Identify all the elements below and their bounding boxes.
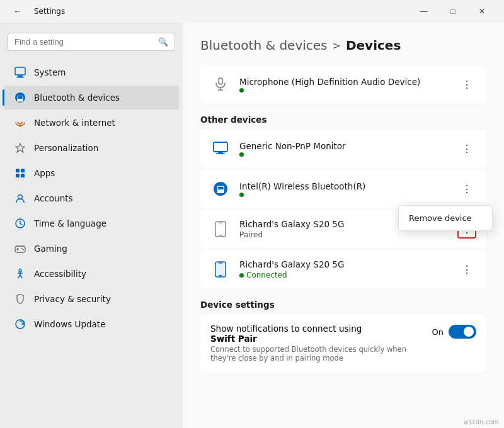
swift-pair-title: Show notifications to connect using Swif…	[210, 324, 423, 344]
breadcrumb-current: Devices	[346, 38, 401, 53]
sidebar-item-bluetooth[interactable]: ⬓ Bluetooth & devices	[4, 86, 179, 110]
bluetooth-device-info: Intel(R) Wireless Bluetooth(R)	[239, 181, 449, 197]
galaxy-connected-dot	[239, 273, 244, 278]
svg-point-15	[21, 248, 23, 249]
sidebar-item-label-gaming: Gaming	[34, 244, 67, 254]
swift-pair-toggle[interactable]	[449, 325, 476, 339]
svg-text:⬓: ⬓	[216, 184, 224, 194]
monitor-name: Generic Non-PnP Monitor	[239, 141, 449, 151]
title-bar-left: ← Settings	[8, 0, 65, 23]
status-dot-green	[239, 88, 244, 93]
close-button[interactable]: ✕	[467, 0, 496, 23]
svg-rect-6	[16, 169, 20, 172]
title-bar: ← Settings — □ ✕	[0, 0, 504, 23]
time-icon	[14, 217, 26, 230]
bluetooth-nav-icon: ⬓	[14, 91, 26, 104]
bluetooth-status-dot	[239, 193, 244, 197]
svg-rect-0	[15, 67, 25, 75]
sidebar-item-label-accessibility: Accessibility	[34, 269, 86, 279]
sidebar-item-privacy[interactable]: Privacy & security	[4, 287, 179, 311]
svg-rect-31	[215, 222, 226, 237]
svg-rect-34	[215, 262, 226, 277]
sidebar-item-label-network: Network & internet	[34, 118, 115, 128]
sidebar-item-apps[interactable]: Apps	[4, 161, 179, 185]
monitor-status	[239, 152, 449, 157]
bluetooth-device-icon: ⬓	[210, 179, 231, 199]
svg-rect-1	[18, 76, 23, 77]
breadcrumb-chevron: >	[333, 40, 341, 52]
watermark: wsxdn.com	[463, 419, 499, 425]
svg-rect-9	[21, 174, 25, 177]
search-input[interactable]	[14, 37, 153, 47]
monitor-device-icon	[210, 138, 231, 159]
phone-paired-icon	[210, 219, 231, 239]
galaxy-connected-more-button[interactable]: ⋮	[457, 260, 476, 279]
galaxy-connected-status: Connected	[239, 271, 449, 279]
sidebar-item-label-personalization: Personalization	[34, 143, 98, 153]
sidebar-item-label-system: System	[34, 67, 66, 77]
swift-pair-text: Show notifications to connect using Swif…	[210, 324, 423, 363]
personalization-icon	[14, 142, 26, 154]
swift-pair-title-bold: Swift Pair	[210, 334, 257, 344]
remove-device-menuitem[interactable]: Remove device	[399, 208, 492, 228]
bluetooth-more-button[interactable]: ⋮	[457, 179, 476, 198]
accessibility-icon	[14, 268, 26, 280]
search-box[interactable]: 🔍	[8, 33, 175, 51]
update-icon	[14, 318, 26, 330]
content-area: Bluetooth & devices > Devices Microphone…	[183, 23, 504, 428]
sidebar-item-update[interactable]: Windows Update	[4, 312, 179, 336]
sidebar-item-label-time: Time & language	[34, 218, 106, 228]
network-icon	[14, 116, 26, 129]
sidebar-item-label-privacy: Privacy & security	[34, 294, 111, 304]
sidebar-item-label-apps: Apps	[34, 168, 55, 178]
app-title: Settings	[34, 7, 65, 16]
monitor-info: Generic Non-PnP Monitor	[239, 141, 449, 157]
gaming-icon	[14, 242, 26, 255]
sidebar: 🔍 System ⬓ Bluetooth & devices	[0, 23, 183, 428]
galaxy-paired-status: Paired	[239, 230, 449, 239]
svg-line-21	[20, 275, 22, 278]
apps-icon	[14, 167, 26, 179]
swift-pair-title-prefix: Show notifications to connect using	[210, 324, 362, 334]
sidebar-item-gaming[interactable]: Gaming	[4, 237, 179, 261]
sidebar-item-system[interactable]: System	[4, 60, 179, 84]
microphone-status	[239, 88, 449, 93]
device-card-galaxy-connected: Richard's Galaxy S20 5G Connected ⋮	[200, 251, 486, 288]
svg-text:⬓: ⬓	[16, 94, 23, 103]
privacy-icon	[14, 293, 26, 305]
galaxy-paired-status-text: Paired	[239, 230, 263, 239]
sidebar-item-label-accounts: Accounts	[34, 193, 73, 203]
maximize-button[interactable]: □	[438, 0, 467, 23]
sidebar-item-personalization[interactable]: Personalization	[4, 136, 179, 160]
sidebar-item-label-bluetooth: Bluetooth & devices	[34, 93, 120, 103]
microphone-icon	[210, 74, 231, 94]
svg-rect-35	[219, 275, 222, 276]
swift-pair-toggle-area: On	[432, 324, 476, 339]
sidebar-item-accessibility[interactable]: Accessibility	[4, 262, 179, 286]
context-menu: Remove device	[398, 205, 493, 231]
sidebar-item-time[interactable]: Time & language	[4, 211, 179, 235]
window-controls: — □ ✕	[410, 0, 496, 23]
monitor-more-button[interactable]: ⋮	[457, 139, 476, 158]
svg-rect-8	[16, 174, 20, 177]
device-settings-label: Device settings	[200, 300, 486, 310]
toggle-knob	[464, 327, 474, 337]
breadcrumb: Bluetooth & devices > Devices	[200, 38, 486, 53]
toggle-label: On	[432, 327, 444, 337]
microphone-info: Microphone (High Definition Audio Device…	[239, 77, 449, 93]
microphone-more-button[interactable]: ⋮	[457, 75, 476, 94]
bluetooth-device-name: Intel(R) Wireless Bluetooth(R)	[239, 181, 449, 191]
sidebar-item-accounts[interactable]: Accounts	[4, 186, 179, 210]
breadcrumb-parent[interactable]: Bluetooth & devices	[200, 38, 328, 53]
galaxy-connected-status-text: Connected	[246, 271, 287, 279]
back-button[interactable]: ←	[8, 0, 28, 23]
svg-rect-2	[16, 77, 24, 78]
svg-point-16	[23, 249, 24, 251]
microphone-name: Microphone (High Definition Audio Device…	[239, 77, 449, 87]
swift-pair-card: Show notifications to connect using Swif…	[200, 315, 486, 371]
sidebar-item-network[interactable]: Network & internet	[4, 111, 179, 135]
swift-pair-description: Connect to supported Bluetooth devices q…	[210, 345, 423, 363]
app-body: 🔍 System ⬓ Bluetooth & devices	[0, 23, 504, 428]
svg-rect-26	[214, 142, 227, 152]
minimize-button[interactable]: —	[410, 0, 438, 23]
